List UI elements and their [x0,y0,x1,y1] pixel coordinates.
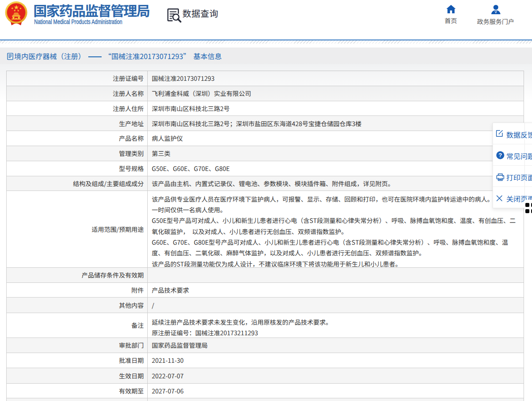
svg-text:?: ? [498,151,502,159]
